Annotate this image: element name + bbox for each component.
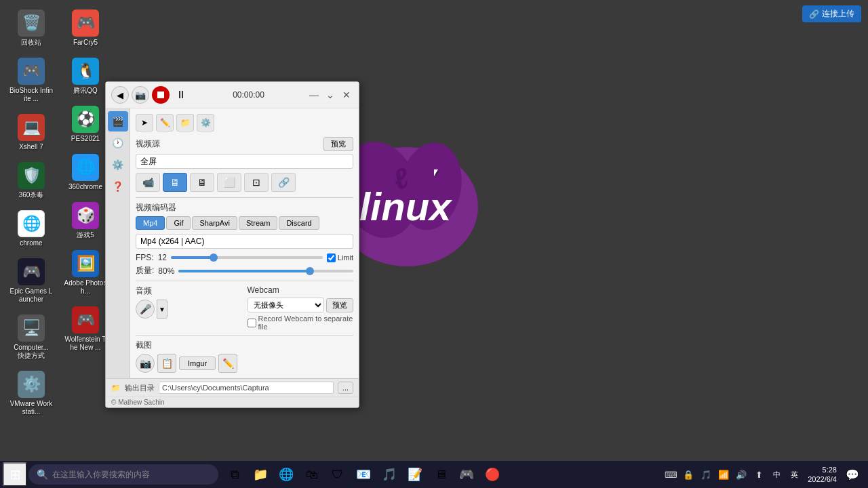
fps-limit-check[interactable]: Limit: [327, 253, 353, 262]
desktop-icon-recycle[interactable]: 🗑️ 回收站: [7, 7, 56, 49]
desktop-icon-wolfenstein[interactable]: 🎮 Wolfenstein The New ...: [61, 304, 110, 354]
sidebar-settings-btn[interactable]: ⚙️: [108, 155, 128, 175]
codec-select[interactable]: Mp4 (x264 | AAC): [136, 234, 353, 249]
source-screen-btn[interactable]: 🖥: [163, 173, 187, 192]
screenshot-section-header: 截图: [136, 340, 353, 351]
tray-network-icon[interactable]: 📶: [715, 462, 732, 487]
pencil-tool-btn[interactable]: ✏️: [156, 114, 174, 131]
file-explorer-icon[interactable]: 📁: [248, 462, 273, 487]
start-button[interactable]: ⊞: [3, 462, 27, 487]
desktop-icon-farcry5[interactable]: 🎮 FarCry5: [61, 7, 110, 49]
audio-dropdown-btn[interactable]: ▼: [157, 300, 167, 319]
webcam-section: Webcam 无摄像头 预览 Record Webcam to separate…: [248, 285, 354, 331]
desktop-icon-qq[interactable]: 🐧 腾讯QQ: [61, 55, 110, 98]
desktop-icon-chrome[interactable]: 🌐 chrome: [7, 207, 56, 250]
pause-button[interactable]: ⏸: [172, 86, 190, 104]
desktop-icon-photoshop[interactable]: 🖼️ Adobe Photosh...: [61, 247, 110, 298]
antivirus-icon[interactable]: 🛡: [326, 462, 350, 487]
desktop-icon-epic[interactable]: 🎮 Epic Games Launcher: [7, 256, 56, 306]
minimize-button[interactable]: —: [307, 88, 321, 102]
tray-sound-icon[interactable]: 🔊: [733, 462, 749, 487]
desktop-icon-360chrome[interactable]: 🌐 360chrome: [61, 151, 110, 194]
back-button[interactable]: ◀: [111, 86, 129, 104]
taskbar-app10-icon[interactable]: 🎮: [454, 462, 479, 487]
desktop-icon-vmware[interactable]: ⚙️ VMware Workstati...: [7, 368, 56, 419]
tray-security-icon[interactable]: 🔒: [680, 462, 696, 487]
sidebar-recent-btn[interactable]: 🕐: [108, 133, 128, 153]
desktop-icon-360safe[interactable]: 🛡️ 360杀毒: [7, 159, 56, 202]
camera-button[interactable]: 📷: [132, 86, 149, 104]
tray-lang-icon[interactable]: 中: [768, 462, 785, 487]
quality-slider-fill: [178, 270, 309, 272]
enc-tab-gif[interactable]: Gif: [166, 216, 191, 230]
tray-clock[interactable]: 5:28 2022/6/4: [804, 465, 841, 485]
record-webcam-checkbox[interactable]: [248, 319, 256, 327]
fps-row: FPS: 12 Limit: [136, 253, 353, 262]
stop-button[interactable]: [152, 86, 170, 104]
fold-button[interactable]: ⌄: [323, 88, 337, 102]
settings-tool-btn[interactable]: ⚙️: [197, 114, 214, 131]
enc-tab-discard[interactable]: Discard: [279, 216, 319, 230]
upload-icon: 🔗: [809, 9, 819, 19]
taskbar-app8-icon[interactable]: 📝: [403, 462, 427, 487]
edge-icon[interactable]: 🌐: [274, 462, 298, 487]
source-window-btn[interactable]: ⬜: [217, 173, 241, 192]
upload-connect-button[interactable]: 🔗 连接上传: [802, 5, 861, 22]
desktop-icon-pes2021[interactable]: ⚽ PES2021: [61, 103, 110, 146]
video-source-input[interactable]: [136, 154, 353, 169]
clock-date: 2022/6/4: [808, 474, 837, 484]
video-source-preview-btn[interactable]: 预览: [323, 137, 353, 151]
arrow-tool-btn[interactable]: ➤: [136, 114, 153, 131]
folder-tool-btn[interactable]: 📁: [176, 114, 194, 131]
webcam-preview-btn[interactable]: 预览: [326, 298, 353, 312]
webcam-device-select[interactable]: 无摄像头: [248, 298, 325, 312]
close-button[interactable]: ✕: [340, 88, 353, 102]
taskbar-search-box[interactable]: 🔍 在这里输入你要搜索的内容: [28, 464, 218, 485]
desktop-icon-xshell[interactable]: 💻 Xshell 7: [7, 111, 56, 154]
screenshot-capture-btn[interactable]: 📷: [136, 354, 155, 373]
notification-center-btn[interactable]: 💬: [842, 462, 863, 487]
source-region-btn[interactable]: ⊡: [244, 173, 269, 192]
pes2021-icon: ⚽: [72, 106, 99, 133]
window-body: 🎬 🕐 ⚙️ ❓ ➤ ✏️ 📁 ⚙️ 视频源 预览: [106, 108, 359, 378]
sidebar-help-btn[interactable]: ❓: [108, 176, 128, 197]
taskbar-app9-icon[interactable]: 🖥: [429, 462, 453, 487]
codec-select-row: Mp4 (x264 | AAC): [136, 234, 353, 249]
taskbar-app7-icon[interactable]: 🎵: [377, 462, 401, 487]
360safe-label: 360杀毒: [19, 191, 44, 199]
taskbar-app11-icon[interactable]: 🔴: [480, 462, 505, 487]
source-monitor-btn[interactable]: 🖥: [190, 173, 214, 192]
divider-2: [136, 281, 353, 281]
fps-limit-label: Limit: [338, 253, 353, 262]
search-placeholder: 在这里输入你要搜索的内容: [52, 469, 150, 481]
enc-tab-mp4[interactable]: Mp4: [136, 216, 165, 230]
enc-tab-sharpavi[interactable]: SharpAvi: [192, 216, 237, 230]
tray-music-icon[interactable]: 🎵: [698, 462, 714, 487]
source-link-btn[interactable]: 🔗: [271, 173, 296, 192]
sidebar-video-btn[interactable]: 🎬: [108, 111, 128, 131]
fps-slider[interactable]: [171, 256, 323, 259]
tray-extra-icon[interactable]: 英: [786, 462, 802, 487]
mic-button[interactable]: 🎤: [136, 300, 155, 319]
vmware-icon: ⚙️: [18, 371, 45, 398]
footer-more-btn[interactable]: ...: [338, 382, 353, 394]
window-sidebar: 🎬 🕐 ⚙️ ❓: [106, 108, 130, 378]
task-view-button[interactable]: ⧉: [222, 462, 247, 487]
screenshot-draw-btn[interactable]: ✏️: [218, 354, 237, 373]
store-icon[interactable]: 🛍: [300, 462, 324, 487]
desktop-icon-youxi5[interactable]: 🎲 游戏5: [61, 199, 110, 242]
audio-section: 音频 🎤 ▼: [136, 285, 242, 331]
audio-controls: 🎤 ▼: [136, 300, 242, 319]
quality-slider[interactable]: [178, 270, 353, 272]
enc-tab-stream[interactable]: Stream: [239, 216, 277, 230]
imgur-btn[interactable]: Imgur: [179, 357, 216, 370]
tray-keyboard-icon[interactable]: ⌨: [663, 462, 679, 487]
window-titlebar: ◀ 📷 ⏸ 00:00:00 — ⌄ ✕: [106, 82, 359, 108]
desktop-icon-bioshock[interactable]: 🎮 BioShock Infinite ...: [7, 55, 56, 106]
desktop-icon-computer[interactable]: 🖥️ Computer... 快捷方式: [7, 312, 56, 363]
source-webcam-btn[interactable]: 📹: [136, 173, 160, 192]
tray-upload-icon[interactable]: ⬆: [751, 462, 767, 487]
fps-limit-checkbox[interactable]: [327, 253, 336, 262]
taskbar-app6-icon[interactable]: 📧: [351, 462, 376, 487]
screenshot-clipboard-btn[interactable]: 📋: [157, 354, 176, 373]
